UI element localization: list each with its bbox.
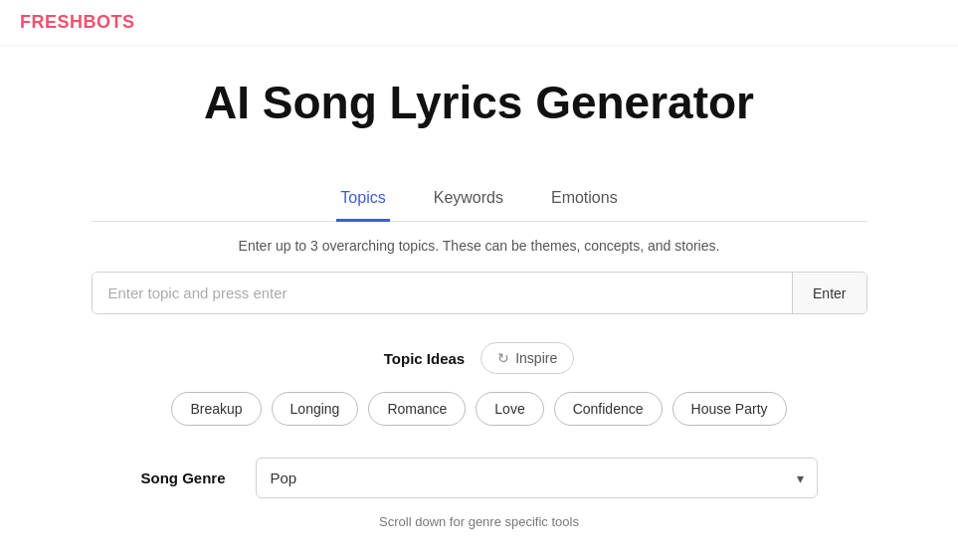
- tabs-nav: Topics Keywords Emotions: [92, 179, 867, 222]
- inspire-button-label: Inspire: [515, 350, 557, 366]
- inspire-button[interactable]: ↻ Inspire: [480, 342, 574, 374]
- tabs-container: Topics Keywords Emotions Enter up to 3 o…: [92, 179, 867, 458]
- song-genre-row: Song Genre Pop Rock Hip Hop R&B Country …: [141, 458, 818, 498]
- tab-keywords[interactable]: Keywords: [430, 179, 507, 222]
- tab-description: Enter up to 3 overarching topics. These …: [92, 238, 867, 254]
- chip-longing[interactable]: Longing: [272, 392, 359, 426]
- inspire-icon: ↻: [497, 350, 509, 366]
- brand-logo[interactable]: FRESHBOTS: [20, 12, 135, 32]
- genre-select[interactable]: Pop Rock Hip Hop R&B Country Jazz Electr…: [256, 458, 818, 498]
- header: FRESHBOTS: [0, 0, 958, 46]
- enter-button[interactable]: Enter: [792, 273, 865, 313]
- tab-topics[interactable]: Topics: [336, 179, 389, 222]
- topic-chips: Breakup Longing Romance Love Confidence …: [92, 392, 867, 426]
- topic-ideas-label: Topic Ideas: [384, 350, 465, 367]
- page-title: AI Song Lyrics Generator: [204, 76, 754, 129]
- chip-breakup[interactable]: Breakup: [171, 392, 261, 426]
- chip-love[interactable]: Love: [476, 392, 543, 426]
- song-genre-label: Song Genre: [141, 469, 226, 486]
- topic-input-row: Enter: [92, 272, 867, 314]
- topic-ideas-row: Topic Ideas ↻ Inspire: [92, 342, 867, 374]
- chip-house-party[interactable]: House Party: [672, 392, 787, 426]
- main-content: AI Song Lyrics Generator Topics Keywords…: [0, 46, 958, 560]
- topic-input[interactable]: [93, 273, 793, 313]
- chip-romance[interactable]: Romance: [368, 392, 466, 426]
- chip-confidence[interactable]: Confidence: [554, 392, 663, 426]
- tab-emotions[interactable]: Emotions: [547, 179, 622, 222]
- scroll-hint: Scroll down for genre specific tools: [379, 514, 579, 529]
- genre-select-wrapper: Pop Rock Hip Hop R&B Country Jazz Electr…: [256, 458, 818, 498]
